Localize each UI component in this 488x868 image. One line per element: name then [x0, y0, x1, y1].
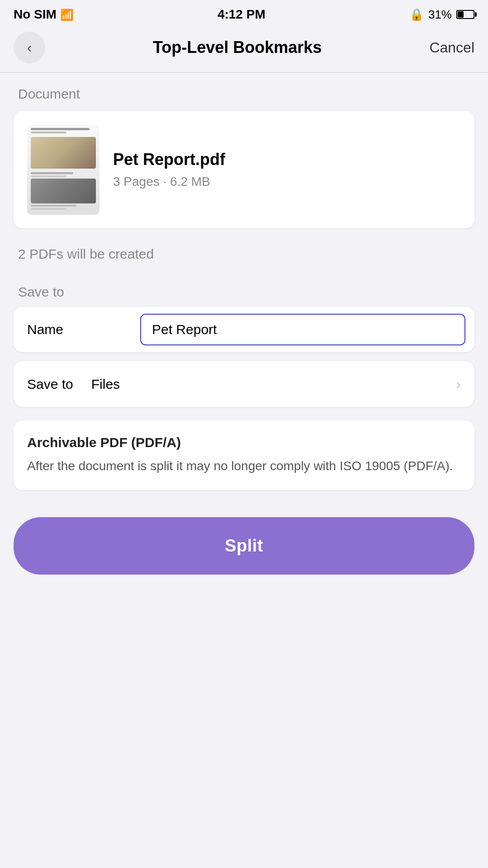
save-to-files-row[interactable]: Save to Files › [14, 361, 474, 407]
wifi-icon: 📶 [60, 9, 74, 21]
nav-bar: ‹ Top-Level Bookmarks Cancel [0, 27, 488, 72]
document-section-label: Document [14, 86, 474, 102]
status-bar: No SIM 📶 4:12 PM 🔒 31% [0, 0, 488, 27]
nav-divider [0, 72, 488, 73]
time-label: 4:12 PM [218, 7, 265, 22]
nav-title: Top-Level Bookmarks [153, 38, 322, 57]
document-card: Pet Report.pdf 3 Pages · 6.2 MB [14, 111, 474, 228]
name-input-cell [131, 309, 474, 350]
status-right: 🔒 31% [409, 8, 474, 22]
chevron-right-icon: › [456, 376, 461, 392]
name-row-card: Name [14, 307, 474, 352]
save-to-files-card[interactable]: Save to Files › [14, 361, 474, 407]
battery-icon [456, 10, 474, 19]
files-destination-label: Files [91, 377, 120, 392]
save-to-files-left: Save to Files [27, 377, 120, 392]
name-input[interactable] [140, 314, 465, 345]
archivable-description: After the document is split it may no lo… [27, 457, 461, 476]
document-meta: 3 Pages · 6.2 MB [113, 175, 461, 189]
archivable-card: Archivable PDF (PDF/A) After the documen… [14, 420, 474, 490]
pdfs-info: 2 PDFs will be created [14, 246, 474, 262]
document-info: Pet Report.pdf 3 Pages · 6.2 MB [113, 150, 461, 189]
carrier-label: No SIM 📶 [14, 7, 74, 22]
save-to-row-label: Save to [27, 377, 73, 392]
name-row: Name [14, 307, 474, 352]
name-label: Name [14, 308, 131, 351]
main-content: Document Pet Report.pdf 3 Pages · 6.2 MB… [0, 86, 488, 593]
back-button[interactable]: ‹ [14, 32, 45, 63]
battery-percent: 31% [428, 8, 452, 22]
archivable-title: Archivable PDF (PDF/A) [27, 435, 461, 450]
document-thumbnail [27, 124, 99, 215]
save-to-section-label: Save to [14, 284, 474, 300]
split-button[interactable]: Split [14, 517, 474, 575]
back-chevron-icon: ‹ [27, 39, 32, 56]
document-name: Pet Report.pdf [113, 150, 461, 169]
lock-icon: 🔒 [409, 8, 424, 22]
cancel-button[interactable]: Cancel [429, 39, 474, 56]
